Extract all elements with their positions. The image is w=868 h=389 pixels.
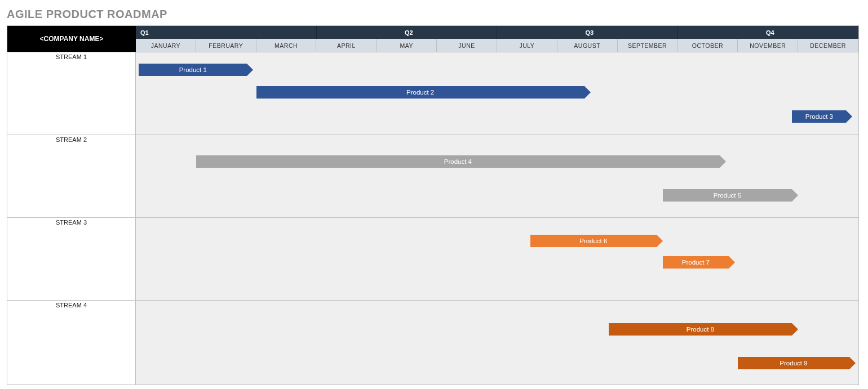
month-cell: JANUARY — [136, 39, 196, 52]
stream-label: STREAM 2 — [7, 135, 136, 217]
gantt-bar-label: Product 8 — [687, 326, 714, 333]
quarter-cell: Q3 — [497, 26, 678, 39]
quarter-row: Q1Q2Q3Q4 — [7, 26, 858, 39]
month-label: OCTOBER — [692, 42, 723, 49]
month-label: APRIL — [337, 42, 356, 49]
stream-row: STREAM 1Product 1Product 2Product 3 — [7, 52, 858, 135]
month-cell: OCTOBER — [677, 39, 738, 52]
month-cell: DECEMBER — [798, 39, 858, 52]
gantt-bar-label: Product 7 — [682, 259, 710, 266]
month-cell: JUNE — [437, 39, 497, 52]
quarter-label: Q4 — [766, 29, 774, 36]
month-cell: FEBRUARY — [196, 39, 256, 52]
month-cell: MAY — [377, 39, 437, 52]
stream-row: STREAM 3Product 6Product 7 — [7, 217, 858, 300]
gantt-bar: Product 7 — [663, 256, 729, 269]
month-label: FEBRUARY — [209, 42, 243, 49]
month-label: SEPTEMBER — [628, 42, 667, 49]
gantt-bar-label: Product 2 — [406, 89, 434, 96]
gantt-bar: Product 9 — [738, 357, 849, 369]
month-row: JANUARYFEBRUARYMARCHAPRILMAYJUNEJULYAUGU… — [7, 39, 858, 52]
gantt-bar: Product 4 — [196, 155, 720, 168]
gantt-bar: Product 6 — [530, 235, 657, 247]
gantt-bar: Product 3 — [792, 110, 846, 123]
month-label: DECEMBER — [810, 42, 846, 49]
month-label: AUGUST — [574, 42, 600, 49]
month-cell: MARCH — [256, 39, 317, 52]
month-label: JANUARY — [151, 42, 180, 49]
quarter-label: Q1 — [140, 29, 149, 36]
month-label: JULY — [519, 42, 534, 49]
company-name-cell-2 — [7, 39, 136, 52]
month-cell: JULY — [497, 39, 557, 52]
stream-label: STREAM 1 — [7, 52, 136, 135]
roadmap-chart: Q1Q2Q3Q4 JANUARYFEBRUARYMARCHAPRILMAYJUN… — [7, 25, 859, 385]
stream-label: STREAM 4 — [7, 301, 136, 384]
month-label: JUNE — [458, 42, 475, 49]
stream-body: Product 8Product 9 — [136, 301, 858, 384]
gantt-bar: Product 8 — [609, 323, 792, 336]
month-cell: APRIL — [316, 39, 377, 52]
month-label: MARCH — [274, 42, 298, 49]
stream-label: STREAM 3 — [7, 218, 136, 300]
month-cell: NOVEMBER — [738, 39, 798, 52]
quarter-cell: Q1 — [136, 26, 317, 39]
quarter-label: Q2 — [405, 29, 413, 36]
gantt-bar: Product 2 — [256, 86, 584, 99]
gantt-bar-label: Product 4 — [444, 158, 472, 165]
quarter-cell: Q2 — [317, 26, 498, 39]
gantt-bar-label: Product 6 — [579, 238, 607, 244]
company-name-cell — [7, 26, 136, 39]
gantt-bar: Product 5 — [663, 189, 792, 202]
quarter-label: Q3 — [585, 29, 594, 36]
page-title: AGILE PRODUCT ROADMAP — [7, 8, 861, 21]
quarter-cell: Q4 — [678, 26, 859, 39]
gantt-bar-label: Product 5 — [714, 192, 741, 199]
month-label: MAY — [400, 42, 413, 49]
stream-row: STREAM 2Product 4Product 5 — [7, 135, 858, 217]
gantt-bar-label: Product 1 — [179, 66, 207, 73]
month-cell: SEPTEMBER — [618, 39, 678, 52]
gantt-bar: Product 1 — [139, 64, 247, 76]
stream-row: STREAM 4Product 8Product 9 — [7, 300, 858, 384]
stream-body: Product 6Product 7 — [136, 218, 858, 300]
stream-body: Product 4Product 5 — [136, 135, 858, 217]
stream-body: Product 1Product 2Product 3 — [136, 52, 858, 135]
gantt-bar-label: Product 3 — [805, 113, 833, 120]
month-label: NOVEMBER — [750, 42, 786, 49]
month-cell: AUGUST — [557, 39, 618, 52]
gantt-bar-label: Product 9 — [780, 360, 807, 366]
